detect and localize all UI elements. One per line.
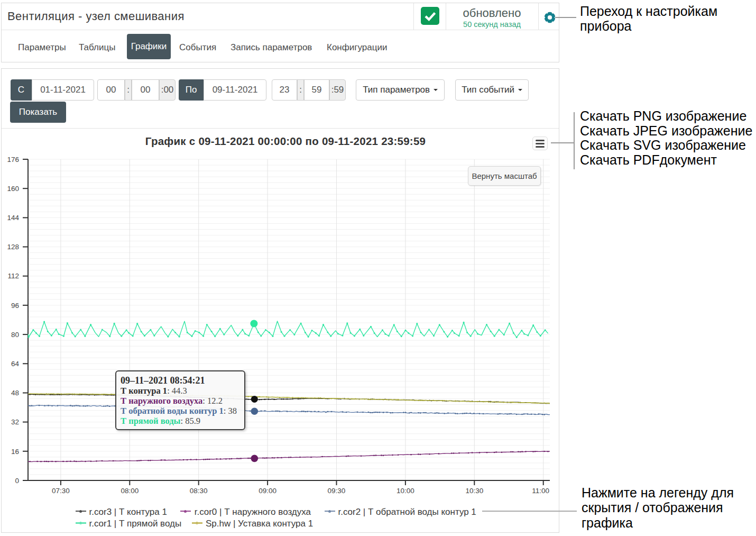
svg-text:16: 16 (11, 448, 19, 456)
svg-text:08:00: 08:00 (121, 487, 139, 495)
svg-text:96: 96 (11, 302, 19, 310)
svg-text:08:30: 08:30 (190, 487, 208, 495)
svg-text:09:00: 09:00 (259, 487, 276, 495)
svg-text:0: 0 (15, 477, 19, 485)
svg-text:176: 176 (7, 156, 19, 163)
svg-text:32: 32 (11, 418, 19, 426)
svg-text:11:00: 11:00 (532, 487, 549, 495)
svg-text:144: 144 (7, 214, 19, 222)
svg-text:64: 64 (11, 360, 20, 368)
svg-text:10:30: 10:30 (465, 487, 483, 495)
svg-text:160: 160 (7, 185, 19, 193)
svg-text:10:00: 10:00 (397, 487, 414, 495)
svg-text:48: 48 (11, 389, 19, 397)
svg-text:112: 112 (7, 272, 19, 280)
svg-text:09:30: 09:30 (328, 487, 346, 495)
svg-text:80: 80 (11, 331, 19, 339)
svg-text:07:30: 07:30 (52, 487, 70, 495)
svg-text:128: 128 (7, 243, 19, 251)
